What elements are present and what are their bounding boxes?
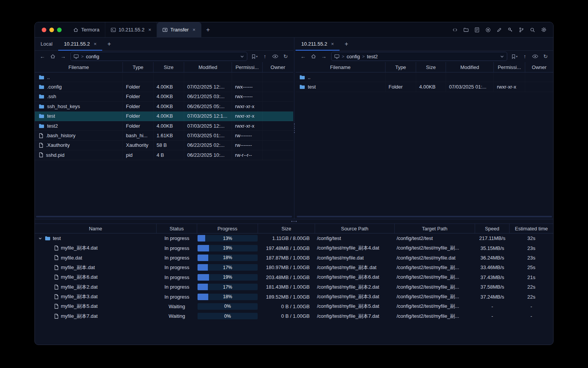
back-button[interactable]: ← (299, 52, 308, 61)
show-hidden-button[interactable] (531, 52, 540, 61)
breadcrumb-item[interactable]: test2 (367, 54, 378, 59)
transfer-row[interactable]: myfile_副本2.datIn progress17%181.43MB / 1… (35, 282, 553, 292)
key-icon[interactable] (507, 26, 514, 33)
branch-icon[interactable] (518, 26, 525, 33)
column-header-modified[interactable]: Modified (184, 62, 232, 72)
column-header-estimated-time[interactable]: Estimated time (510, 224, 553, 233)
column-header-permissi[interactable]: Permissi... (232, 62, 263, 72)
column-header-target-path[interactable]: Target Path (395, 224, 475, 233)
minimize-window-button[interactable] (49, 28, 54, 32)
parent-directory-button[interactable]: ↑ (520, 52, 529, 61)
transfer-row[interactable]: myfile_副本7.datWaiting0%0 B / 1.00GB/conf… (35, 311, 553, 321)
tab-termora[interactable]: Termora (68, 22, 105, 37)
column-header-size[interactable]: Size (154, 62, 184, 72)
tab-host-10-211-55-2[interactable]: 10.211.55.2 × (105, 22, 157, 37)
transfer-row[interactable]: testIn progress13%1.11GB / 8.00GB/config… (35, 233, 553, 243)
close-tab-icon[interactable]: × (331, 41, 334, 47)
tab-remote-10-211-55-2[interactable]: 10.211.55.2 × (296, 38, 340, 50)
refresh-button[interactable]: ↻ (281, 52, 290, 61)
file-row[interactable]: .sshFolder4.00KB06/21/2025 03:...rwx----… (35, 92, 293, 102)
progress-label: 19% (198, 274, 258, 281)
transfer-row[interactable]: myfile_副本3.datIn progress18%189.52MB / 1… (35, 292, 553, 301)
settings-icon[interactable] (540, 26, 547, 33)
column-header-status[interactable]: Status (157, 224, 197, 233)
computer-icon (334, 54, 340, 59)
close-tab-icon[interactable]: × (148, 27, 151, 33)
folder-icon[interactable] (462, 26, 469, 33)
tab-local[interactable]: Local (35, 38, 58, 50)
close-tab-icon[interactable]: × (94, 41, 97, 47)
zoom-window-button[interactable] (57, 28, 62, 32)
transfer-row[interactable]: myfile_副本6.datIn progress19%203.48MB / 1… (35, 273, 553, 282)
record-icon[interactable] (485, 26, 492, 33)
file-rows: ..testFolder4.00KB07/03/2025 01:...rwxr-… (296, 72, 553, 92)
horizontal-scrollbar[interactable] (297, 216, 552, 217)
edit-icon[interactable] (496, 26, 503, 33)
code-icon[interactable] (451, 26, 458, 33)
bookmark-button[interactable]: ▾ (250, 52, 259, 61)
file-row[interactable]: .XauthorityXauthority58 B06/22/2025 02:.… (35, 141, 293, 150)
path-bar[interactable]: > config (70, 52, 247, 61)
transfer-row[interactable]: myfile_副本.datIn progress17%180.97MB / 1.… (35, 263, 553, 272)
file-row[interactable]: test2Folder4.00KB07/03/2025 12:...rwxr-x… (35, 121, 293, 131)
home-button[interactable] (309, 52, 318, 61)
column-header-filename[interactable]: Filename (296, 62, 385, 72)
file-row[interactable]: .bash_historybash_hi...1.61KB07/03/2025 … (35, 131, 293, 140)
close-window-button[interactable] (42, 28, 46, 32)
filename-cell: .. (296, 72, 385, 82)
file-row[interactable]: testFolder4.00KB07/03/2025 12:1...rwxr-x… (35, 112, 293, 121)
transfer-row[interactable]: myfile_副本5.datWaiting0%0 B / 1.00GB/conf… (35, 302, 553, 311)
column-header-source-path[interactable]: Source Path (315, 224, 395, 233)
back-button[interactable]: ← (38, 52, 47, 61)
parent-directory-button[interactable]: ↑ (260, 52, 270, 61)
search-icon[interactable] (529, 26, 536, 33)
tab-remote-10-211-55-2[interactable]: 10.211.55.2 × (58, 38, 102, 50)
column-header-modified[interactable]: Modified (446, 62, 494, 72)
filename-cell: .Xauthority (35, 141, 123, 150)
column-header-filename[interactable]: Filename (35, 62, 123, 72)
file-row[interactable]: .configFolder4.00KB07/02/2025 12:...rwx-… (35, 82, 293, 92)
modified-cell: 06/21/2025 03:... (184, 92, 232, 101)
file-row[interactable]: testFolder4.00KB07/03/2025 01:...rwxr-xr… (296, 82, 553, 92)
column-header-type[interactable]: Type (123, 62, 154, 72)
horizontal-scrollbar[interactable] (36, 216, 292, 217)
new-tab-button[interactable]: + (201, 22, 215, 37)
home-button[interactable] (48, 52, 57, 61)
tab-transfer[interactable]: Transfer × (157, 22, 201, 37)
breadcrumb-item[interactable]: config (86, 54, 99, 59)
chevron-down-icon[interactable] (240, 54, 244, 59)
column-header-permissi[interactable]: Permissi... (494, 62, 525, 72)
transfer-row[interactable]: myfile_副本4.datIn progress19%197.48MB / 1… (35, 243, 553, 253)
new-pane-tab-button[interactable]: + (102, 38, 116, 50)
column-header-owner[interactable]: Owner (263, 62, 293, 72)
forward-button[interactable]: → (59, 52, 68, 61)
type-cell (385, 72, 416, 82)
file-icon (54, 274, 59, 280)
file-row[interactable]: .. (296, 72, 553, 82)
refresh-button[interactable]: ↻ (541, 52, 550, 61)
type-cell: pid (123, 150, 154, 159)
column-header-speed[interactable]: Speed (475, 224, 510, 233)
show-hidden-button[interactable] (271, 52, 280, 61)
column-header-size[interactable]: Size (416, 62, 446, 72)
column-header-owner[interactable]: Owner (525, 62, 553, 72)
transfer-splitter[interactable] (35, 219, 553, 223)
column-header-progress[interactable]: Progress (197, 224, 258, 233)
close-tab-icon[interactable]: × (193, 27, 196, 33)
path-bar[interactable]: > config > test2 (331, 52, 507, 61)
transfer-row[interactable]: myfile.datIn progress18%187.87MB / 1.00G… (35, 253, 553, 263)
log-icon[interactable] (474, 26, 480, 33)
bookmark-button[interactable]: ▾ (510, 52, 519, 61)
new-pane-tab-button[interactable]: + (340, 38, 353, 50)
file-row[interactable]: .. (35, 72, 293, 82)
status-cell: In progress (157, 273, 197, 282)
column-header-size[interactable]: Size (258, 224, 315, 233)
forward-button[interactable]: → (319, 52, 328, 61)
file-row[interactable]: ssh_host_keysFolder4.00KB06/26/2025 05:.… (35, 102, 293, 111)
expand-chevron-icon[interactable] (38, 237, 42, 240)
chevron-down-icon[interactable] (500, 54, 504, 59)
file-row[interactable]: sshd.pidpid4 B06/22/2025 10:...rw-r--r-- (35, 150, 293, 160)
column-header-type[interactable]: Type (385, 62, 416, 72)
breadcrumb-item[interactable]: config (346, 54, 360, 59)
column-header-name[interactable]: Name (35, 224, 157, 233)
